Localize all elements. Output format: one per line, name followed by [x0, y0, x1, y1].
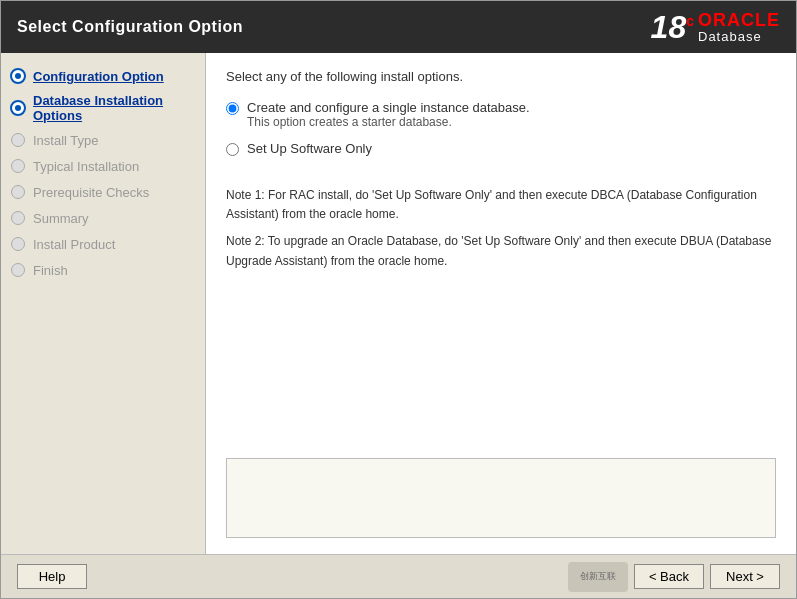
sidebar-label-configuration-option: Configuration Option	[33, 69, 164, 84]
note1: Note 1: For RAC install, do 'Set Up Soft…	[226, 186, 776, 224]
sidebar-item-configuration-option[interactable]: Configuration Option	[1, 63, 205, 89]
next-button[interactable]: Next >	[710, 564, 780, 589]
sidebar-label-typical-installation: Typical Installation	[33, 159, 139, 174]
create-configure-sub-label: This option creates a starter database.	[247, 115, 530, 129]
sidebar-label-summary: Summary	[33, 211, 89, 226]
create-configure-main-label[interactable]: Create and configure a single instance d…	[247, 100, 530, 115]
content-area: Select any of the following install opti…	[206, 53, 796, 554]
help-button[interactable]: Help	[17, 564, 87, 589]
back-button[interactable]: < Back	[634, 564, 704, 589]
step-icon-typical-installation	[9, 157, 27, 175]
oracle-brand: ORACLE Database	[698, 11, 780, 44]
option-setup-software-only: Set Up Software Only	[226, 141, 776, 156]
main-content: Configuration Option Database Installati…	[1, 53, 796, 554]
sidebar-label-finish: Finish	[33, 263, 68, 278]
sidebar-label-prerequisite-checks: Prerequisite Checks	[33, 185, 149, 200]
sidebar-item-database-installation-options[interactable]: Database Installation Options	[1, 89, 205, 127]
step-icon-finish	[9, 261, 27, 279]
radio-setup-software-only[interactable]	[226, 143, 239, 156]
watermark: 创新互联	[568, 562, 628, 592]
radio-create-configure[interactable]	[226, 102, 239, 115]
sidebar: Configuration Option Database Installati…	[1, 53, 206, 554]
footer-nav-buttons: 创新互联 < Back Next >	[568, 562, 780, 592]
oracle-version: 18c	[651, 11, 694, 43]
sidebar-item-finish[interactable]: Finish	[1, 257, 205, 283]
step-icon-database-installation-options	[9, 99, 27, 117]
active-step-dot-2	[10, 100, 26, 116]
sidebar-item-install-type[interactable]: Install Type	[1, 127, 205, 153]
step-icon-configuration-option	[9, 67, 27, 85]
oracle-logo: 18c ORACLE Database	[651, 11, 780, 44]
setup-software-only-label[interactable]: Set Up Software Only	[247, 141, 372, 156]
content-spacer	[226, 271, 776, 448]
sidebar-item-prerequisite-checks[interactable]: Prerequisite Checks	[1, 179, 205, 205]
option-create-configure: Create and configure a single instance d…	[226, 100, 776, 129]
bottom-info-box	[226, 458, 776, 538]
dim-step-dot-typical	[11, 159, 25, 173]
step-icon-summary	[9, 209, 27, 227]
dim-step-dot-summary	[11, 211, 25, 225]
dim-step-dot-install-type	[11, 133, 25, 147]
sidebar-label-install-type: Install Type	[33, 133, 99, 148]
oracle-database: Database	[698, 29, 762, 44]
active-step-dot	[10, 68, 26, 84]
sidebar-item-summary[interactable]: Summary	[1, 205, 205, 231]
dim-step-dot-finish	[11, 263, 25, 277]
footer: Help 创新互联 < Back Next >	[1, 554, 796, 598]
step-icon-prerequisite-checks	[9, 183, 27, 201]
install-options-group: Create and configure a single instance d…	[226, 100, 776, 156]
note2: Note 2: To upgrade an Oracle Database, d…	[226, 232, 776, 270]
content-heading: Select any of the following install opti…	[226, 69, 776, 84]
step-icon-install-product	[9, 235, 27, 253]
notes-section: Note 1: For RAC install, do 'Set Up Soft…	[226, 186, 776, 271]
create-configure-label-block: Create and configure a single instance d…	[247, 100, 530, 129]
sidebar-item-install-product[interactable]: Install Product	[1, 231, 205, 257]
header: Select Configuration Option 18c ORACLE D…	[1, 1, 796, 53]
sidebar-label-install-product: Install Product	[33, 237, 115, 252]
main-window: Select Configuration Option 18c ORACLE D…	[0, 0, 797, 599]
sidebar-label-database-installation-options: Database Installation Options	[33, 93, 197, 123]
oracle-text: ORACLE	[698, 11, 780, 29]
dim-step-dot-install-product	[11, 237, 25, 251]
dim-step-dot-prereq	[11, 185, 25, 199]
sidebar-item-typical-installation[interactable]: Typical Installation	[1, 153, 205, 179]
window-title: Select Configuration Option	[17, 18, 243, 36]
step-icon-install-type	[9, 131, 27, 149]
